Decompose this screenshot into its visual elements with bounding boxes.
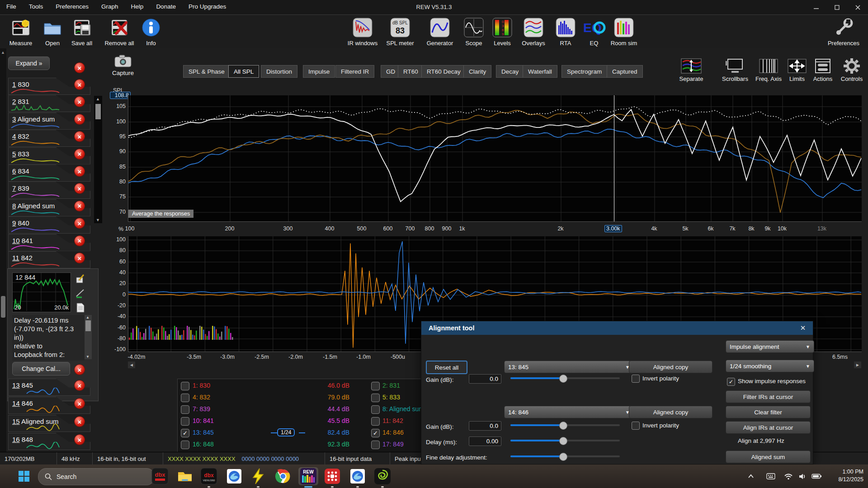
smaart-icon[interactable] xyxy=(373,467,392,485)
toolbar-room-sim-button[interactable]: Room sim xyxy=(605,16,643,47)
legend-trace-name[interactable]: 10: 841 xyxy=(193,417,214,424)
remove-measurement-icon[interactable]: × xyxy=(75,253,85,263)
delay-field[interactable]: 0.00 xyxy=(469,436,501,446)
remove-measurement-icon[interactable]: × xyxy=(75,365,85,375)
legend-trace-name[interactable]: 14: 846 xyxy=(382,429,404,436)
graph-controls-button[interactable]: Controls xyxy=(831,58,868,82)
scroll-thumb[interactable] xyxy=(95,104,101,119)
remove-measurement-icon[interactable]: × xyxy=(75,435,85,445)
file-explorer-icon[interactable] xyxy=(175,467,195,485)
legend-trace-name[interactable]: 8: Aligned sum xyxy=(382,405,424,413)
legend-trace-name[interactable]: 11: 842 xyxy=(382,417,403,424)
scroll-up-icon[interactable]: ▲ xyxy=(86,315,90,319)
chevron-up-icon[interactable] xyxy=(745,471,757,482)
rew-icon[interactable]: REW xyxy=(298,467,318,485)
remove-measurement-icon[interactable]: × xyxy=(75,399,85,408)
measurement-thumbnail[interactable]: 12 844 20 20.0k xyxy=(12,272,71,312)
toolbar-generator-button[interactable]: Generator xyxy=(421,16,459,47)
wifi-icon[interactable] xyxy=(783,471,794,482)
sidebar-left-scrollbar[interactable]: ▲ xyxy=(0,48,6,452)
edit-notes-icon[interactable] xyxy=(75,273,86,284)
search-input[interactable]: Search xyxy=(38,468,155,485)
toolbar-preferences-button[interactable]: Preferences xyxy=(825,16,863,47)
minimize-button[interactable] xyxy=(806,0,826,14)
start-button[interactable] xyxy=(16,469,32,483)
legend-checkbox[interactable] xyxy=(371,405,380,414)
menu-file[interactable]: File xyxy=(0,0,23,13)
dbx-driverack-icon[interactable]: dbx xyxy=(150,467,170,485)
channel1-dropdown[interactable]: 13: 845▼ xyxy=(504,361,634,373)
capture-button[interactable]: Capture xyxy=(108,54,137,76)
legend-checkbox[interactable] xyxy=(181,441,189,449)
legend-trace-name[interactable]: 1: 830 xyxy=(193,382,210,389)
remove-measurement-icon[interactable]: × xyxy=(75,380,85,390)
tab-filtered-ir[interactable]: Filtered IR xyxy=(335,65,374,78)
menu-help[interactable]: Help xyxy=(125,0,150,13)
scroll-up-icon[interactable]: ▲ xyxy=(96,97,100,101)
legend-trace-name[interactable]: 13: 845 xyxy=(193,429,214,436)
change-cal-button[interactable]: Change Cal... xyxy=(12,362,70,375)
tab-clarity[interactable]: Clarity xyxy=(463,65,491,78)
toolbar-ir-windows-button[interactable]: IR windows xyxy=(344,16,382,47)
gain1-slider[interactable] xyxy=(510,374,620,382)
gain2-field[interactable]: 0.0 xyxy=(469,421,501,431)
legend-trace-name[interactable]: 2: 831 xyxy=(382,382,400,389)
menu-graph[interactable]: Graph xyxy=(95,0,125,13)
clear-filter-button[interactable]: Clear filter xyxy=(726,406,811,418)
remove-measurement-icon[interactable]: × xyxy=(75,80,85,89)
legend-checkbox[interactable] xyxy=(371,441,380,449)
tab-captured[interactable]: Captured xyxy=(607,65,643,78)
battery-icon[interactable] xyxy=(811,471,822,482)
alignment-mode-dropdown[interactable]: Impulse alignment▼ xyxy=(726,340,814,353)
tab-spectrogram[interactable]: Spectrogram xyxy=(561,65,607,78)
remove-measurement-icon[interactable]: × xyxy=(75,166,85,176)
legend-trace-name[interactable]: 16: 848 xyxy=(193,441,214,448)
tab-rt60[interactable]: RT60 xyxy=(398,65,424,78)
chrome-icon[interactable] xyxy=(273,467,293,485)
legend-checkbox[interactable] xyxy=(181,405,189,414)
tab-rt60-decay[interactable]: RT60 Decay xyxy=(421,65,466,78)
delay-scrollbar[interactable]: ▲ ▼ xyxy=(85,315,92,359)
scroll-down-icon[interactable]: ▼ xyxy=(86,355,90,359)
legend-checkbox[interactable] xyxy=(371,417,380,426)
trace-color-icon[interactable] xyxy=(75,288,86,299)
tab-spl-phase[interactable]: SPL & Phase xyxy=(183,65,230,78)
remove-measurement-icon[interactable]: × xyxy=(75,236,85,246)
dialog-titlebar[interactable]: Alignment tool ✕ xyxy=(421,321,813,335)
delay-slider[interactable] xyxy=(510,436,620,445)
channel2-dropdown[interactable]: 14: 846▼ xyxy=(504,406,634,418)
menu-pro-upgrades[interactable]: Pro Upgrades xyxy=(182,0,232,13)
edge-browser-icon[interactable] xyxy=(224,467,244,485)
legend-trace-name[interactable]: 7: 839 xyxy=(193,405,210,413)
keyboard-icon[interactable] xyxy=(765,471,777,482)
volume-icon[interactable] xyxy=(797,471,808,482)
close-button[interactable] xyxy=(847,0,868,14)
dialog-close-icon[interactable]: ✕ xyxy=(797,323,808,333)
aligned-sum-button[interactable]: Aligned sum xyxy=(726,450,811,463)
legend-checkbox[interactable] xyxy=(181,382,189,390)
scroll-thumb[interactable] xyxy=(85,320,91,331)
align-irs-button[interactable]: Align IRs at cursor xyxy=(726,421,811,434)
scroll-left-icon[interactable]: ◄ xyxy=(128,361,135,368)
menu-tools[interactable]: Tools xyxy=(23,0,50,13)
gain1-field[interactable]: 0.0 xyxy=(469,374,501,384)
toolbar-save-all-button[interactable]: Save all xyxy=(63,16,101,47)
invert-polarity-checkbox-2[interactable] xyxy=(632,422,640,430)
remove-measurement-icon[interactable]: × xyxy=(75,149,85,159)
touch-portal-icon[interactable] xyxy=(322,467,342,485)
expand-button[interactable]: Expand » xyxy=(8,56,50,70)
maximize-button[interactable] xyxy=(826,0,847,14)
scroll-thumb[interactable] xyxy=(1,296,5,318)
remove-measurement-icon[interactable]: × xyxy=(75,201,85,211)
legend-checkbox[interactable] xyxy=(181,394,189,402)
show-impulse-checkbox[interactable]: ✓ xyxy=(727,378,735,386)
remove-measurement-icon[interactable]: × xyxy=(75,114,85,124)
legend-checkbox[interactable] xyxy=(371,382,380,390)
tab-distortion[interactable]: Distortion xyxy=(261,65,297,78)
legend-checkbox[interactable]: ✓ xyxy=(371,429,380,437)
legend-trace-name[interactable]: 17: 849 xyxy=(382,441,404,448)
smoothing-dropdown[interactable]: 1/24 smoothing▼ xyxy=(726,360,814,372)
remove-measurement-icon[interactable]: × xyxy=(75,417,85,427)
scroll-right-icon[interactable]: ► xyxy=(854,361,861,368)
tab-all-spl[interactable]: All SPL xyxy=(228,65,259,78)
